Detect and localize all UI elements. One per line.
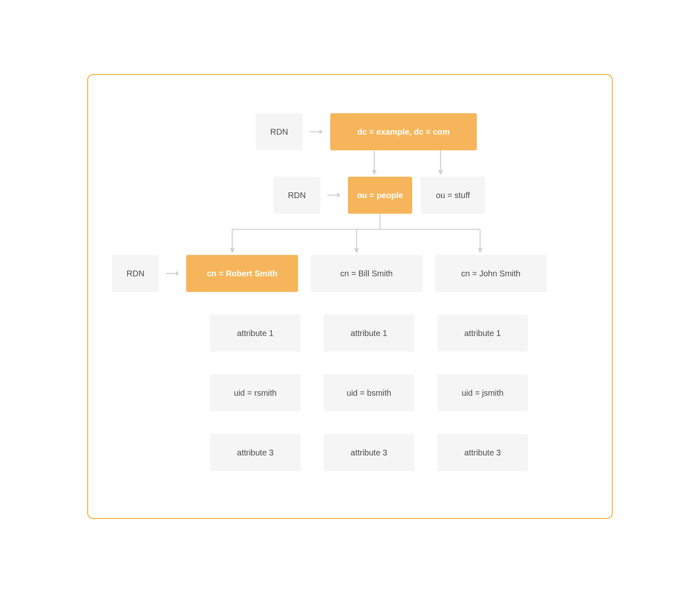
attr-box: attribute 3 xyxy=(437,434,528,471)
rdn-label-2: RDN xyxy=(273,177,320,214)
attr-box: uid = rsmith xyxy=(210,374,301,411)
attr-box: uid = bsmith xyxy=(324,374,414,411)
attr-label: attribute 3 xyxy=(464,448,501,458)
attr-label: attribute 1 xyxy=(237,329,274,338)
connector-root-children xyxy=(330,150,477,177)
rdn-text: RDN xyxy=(288,191,306,200)
cn-node-john: cn = John Smith xyxy=(435,255,547,292)
attr-label: attribute 1 xyxy=(464,329,501,338)
attr-label: attribute 1 xyxy=(351,329,387,338)
rdn-label-3: RDN xyxy=(112,255,159,292)
attr-box: attribute 3 xyxy=(210,434,301,471)
diagram-canvas: RDN dc = example, dc = com RDN ou = peop… xyxy=(87,74,613,519)
attr-label: uid = rsmith xyxy=(234,388,277,398)
rdn-text: RDN xyxy=(270,127,288,137)
attr-box: attribute 1 xyxy=(324,315,414,352)
attr-box: attribute 1 xyxy=(210,315,301,352)
attr-label: uid = jsmith xyxy=(462,388,504,398)
ou-stuff-label: ou = stuff xyxy=(436,191,470,200)
attr-box: attribute 1 xyxy=(437,315,528,352)
attr-label: attribute 3 xyxy=(351,448,387,458)
cn-label: cn = John Smith xyxy=(461,269,520,278)
arrow-right-icon xyxy=(309,127,324,137)
attr-label: attribute 3 xyxy=(237,448,274,458)
cn-label: cn = Robert Smith xyxy=(207,269,278,278)
arrow-right-icon xyxy=(327,190,341,200)
root-label: dc = example, dc = com xyxy=(357,127,450,137)
attr-label: uid = bsmith xyxy=(347,388,391,398)
cn-node-bill: cn = Bill Smith xyxy=(310,255,422,292)
arrow-right-icon xyxy=(165,268,180,278)
ou-people-node: ou = people xyxy=(348,177,412,214)
connector-people-children xyxy=(129,214,572,255)
cn-node-robert: cn = Robert Smith xyxy=(186,255,298,292)
ou-people-label: ou = people xyxy=(357,191,403,200)
rdn-text: RDN xyxy=(126,269,144,278)
attr-box: uid = jsmith xyxy=(437,374,528,411)
ou-stuff-node: ou = stuff xyxy=(421,177,485,214)
cn-label: cn = Bill Smith xyxy=(340,269,392,278)
rdn-label-1: RDN xyxy=(256,113,303,150)
attr-box: attribute 3 xyxy=(324,434,414,471)
root-node: dc = example, dc = com xyxy=(330,113,477,150)
